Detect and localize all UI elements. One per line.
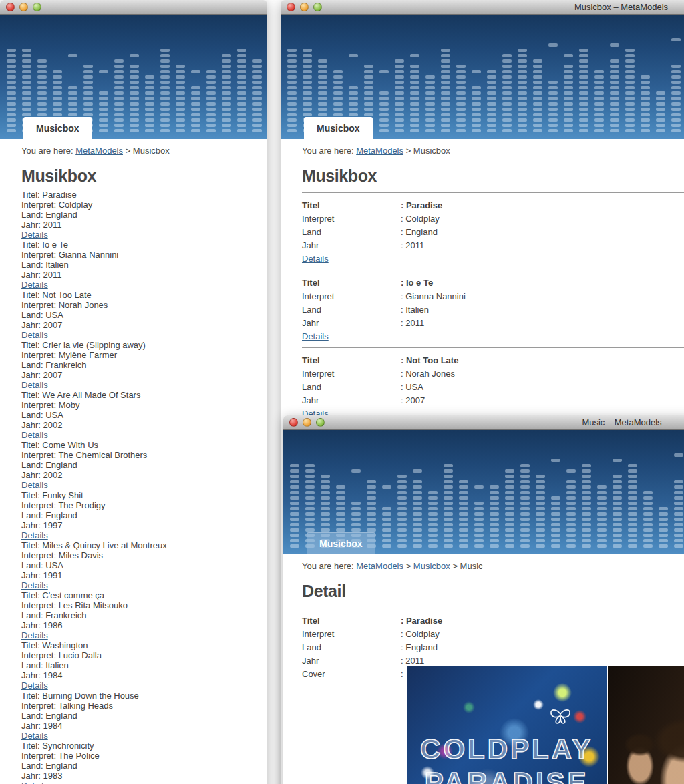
eq-bar — [597, 507, 607, 510]
close-button[interactable] — [289, 418, 298, 427]
details-link[interactable]: Details — [21, 230, 48, 240]
eq-bar — [564, 86, 573, 89]
zoom-button[interactable] — [33, 3, 41, 11]
window-titlebar[interactable] — [0, 0, 267, 15]
eq-bar — [7, 81, 16, 84]
zoom-button[interactable] — [316, 418, 325, 427]
eq-bar — [459, 544, 468, 548]
eq-bar — [490, 539, 499, 542]
eq-bar — [625, 70, 635, 73]
details-link[interactable]: Details — [21, 530, 48, 540]
eq-bar — [579, 91, 588, 95]
eq-bar — [222, 81, 231, 84]
eq-bar — [410, 118, 419, 122]
breadcrumb-item-metamodels[interactable]: MetaModels — [75, 146, 123, 156]
eq-bar — [444, 518, 453, 521]
eq-bar — [551, 507, 560, 510]
eq-bar — [382, 507, 391, 510]
eq-bar — [579, 65, 588, 68]
eq-bar — [22, 59, 31, 63]
eq-bar — [364, 75, 373, 79]
eq-bar — [349, 91, 358, 95]
eq-bar — [610, 86, 619, 89]
eq-bar — [536, 544, 545, 548]
eq-bar — [428, 528, 438, 532]
eq-bar — [37, 70, 47, 73]
eq-bar — [367, 523, 376, 526]
eq-bar — [610, 129, 619, 132]
eq-bar — [444, 480, 453, 483]
eq-bar — [487, 70, 496, 73]
eq-bar — [395, 75, 404, 79]
details-link[interactable]: Details — [21, 580, 48, 590]
tab-musicbox[interactable]: Musicbox — [23, 117, 92, 139]
field-value: : Coldplay — [401, 212, 440, 226]
details-link[interactable]: Details — [21, 630, 48, 640]
eq-bar — [130, 70, 139, 73]
eq-bar — [237, 129, 246, 132]
eq-bar — [459, 528, 468, 532]
details-link[interactable]: Details — [302, 252, 329, 266]
close-button[interactable] — [6, 3, 15, 11]
details-link[interactable]: Details — [21, 731, 48, 741]
song-land: Land: USA — [21, 410, 246, 420]
eq-bar — [659, 539, 668, 542]
minimize-button[interactable] — [303, 418, 311, 427]
breadcrumb-item-metamodels[interactable]: MetaModels — [356, 561, 403, 571]
eq-bar — [83, 81, 93, 84]
details-link[interactable]: Details — [21, 280, 48, 290]
eq-bar — [441, 49, 450, 52]
eq-peak-bar — [410, 54, 419, 57]
details-link[interactable]: Details — [21, 380, 48, 390]
eq-bar — [114, 75, 124, 79]
field-label: Jahr — [302, 317, 401, 330]
song-titel: Titel: Funky Shit — [21, 490, 246, 500]
eq-bar — [441, 70, 450, 73]
eq-bar — [114, 108, 124, 111]
eq-bar — [628, 534, 637, 537]
details-link[interactable]: Details — [21, 680, 48, 691]
eq-bar — [490, 485, 499, 489]
window-titlebar[interactable]: Musicbox – MetaModels — [281, 0, 684, 15]
song-titel: Titel: Miles & Quincy Live at Montreux — [21, 540, 246, 550]
eq-bar — [395, 102, 404, 106]
eq-peak-bar — [191, 70, 200, 73]
minimize-button[interactable] — [19, 3, 28, 11]
tab-musicbox-active[interactable]: Musicbox — [307, 532, 375, 554]
eq-bar — [83, 86, 93, 89]
tab-musicbox[interactable]: Musicbox — [304, 117, 373, 139]
details-link[interactable]: Details — [302, 330, 329, 343]
eq-bar — [582, 518, 591, 521]
field-value: : England — [401, 641, 438, 654]
eq-bar — [145, 81, 154, 84]
field-label: Land — [302, 641, 401, 654]
details-link[interactable]: Details — [21, 430, 48, 440]
details-link[interactable]: Details — [21, 330, 48, 340]
song-row-jahr: Jahr: 2011 — [302, 239, 684, 252]
eq-bar — [613, 507, 622, 510]
window-titlebar[interactable]: Music – MetaModels — [283, 415, 684, 430]
eq-bar — [536, 528, 545, 532]
song-row-titel: Titel: Not Too Late — [302, 354, 684, 367]
eq-bar — [145, 108, 154, 111]
breadcrumb-item-metamodels[interactable]: MetaModels — [356, 146, 403, 156]
eq-bar — [441, 81, 450, 84]
eq-column — [333, 15, 343, 132]
eq-bar — [321, 518, 330, 521]
zoom-button[interactable] — [313, 3, 322, 11]
eq-bar — [456, 91, 466, 95]
eq-bar — [410, 113, 419, 116]
eq-bar — [395, 86, 404, 89]
eq-bar — [597, 502, 607, 505]
details-link[interactable]: Details — [21, 781, 48, 784]
eq-bar — [564, 129, 573, 132]
field-label: Titel — [302, 276, 401, 290]
eq-bar — [287, 113, 297, 116]
song-land: Land: England — [21, 510, 246, 520]
breadcrumb-item-musicbox[interactable]: Musicbox — [413, 561, 450, 571]
minimize-button[interactable] — [300, 3, 309, 11]
song-jahr: Jahr: 2002 — [21, 470, 246, 480]
close-button[interactable] — [287, 3, 295, 11]
eq-bar — [564, 102, 573, 106]
details-link[interactable]: Details — [21, 480, 48, 490]
